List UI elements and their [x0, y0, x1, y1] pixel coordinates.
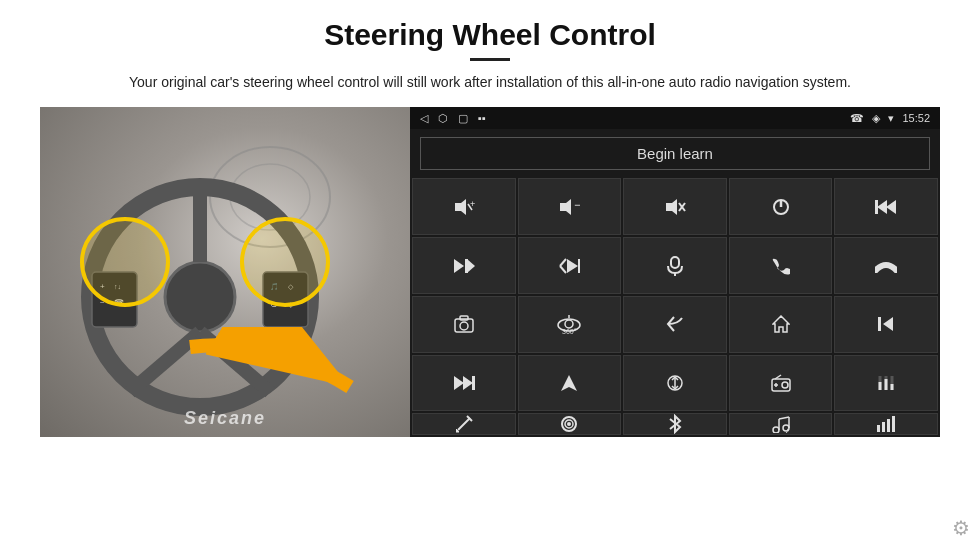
- home-nav-icon[interactable]: ⬡: [438, 112, 448, 125]
- svg-text:−: −: [574, 198, 580, 212]
- svg-line-76: [779, 417, 789, 419]
- svg-rect-38: [578, 259, 580, 273]
- arrow-svg: [170, 327, 370, 417]
- settings-gear-button[interactable]: ⚙: [952, 516, 970, 540]
- svg-rect-39: [671, 257, 679, 268]
- svg-line-36: [560, 266, 566, 273]
- wifi-icon: ▾: [888, 112, 894, 125]
- begin-learn-button[interactable]: Begin learn: [420, 137, 930, 170]
- prev-track-button[interactable]: [834, 178, 938, 235]
- record-button[interactable]: [518, 413, 622, 435]
- svg-text:♪: ♪: [785, 426, 789, 433]
- svg-rect-50: [878, 317, 881, 331]
- begin-learn-row: Begin learn: [410, 129, 940, 178]
- svg-rect-31: [875, 200, 878, 214]
- android-panel: ◁ ⬡ ▢ ▪▪ ☎ ◈ ▾ 15:52 Begin learn: [410, 107, 940, 437]
- svg-text:360°: 360°: [562, 328, 577, 334]
- fast-forward-button[interactable]: [412, 355, 516, 412]
- edit-button[interactable]: [412, 413, 516, 435]
- skip-button[interactable]: [518, 237, 622, 294]
- svg-text:+: +: [470, 199, 475, 209]
- navigation-button[interactable]: [518, 355, 622, 412]
- svg-marker-52: [463, 376, 473, 390]
- signal-button[interactable]: [834, 413, 938, 435]
- recents-nav-icon[interactable]: ▢: [458, 112, 468, 125]
- controls-grid: + −: [410, 178, 940, 437]
- svg-marker-34: [467, 259, 475, 273]
- back-button[interactable]: [623, 296, 727, 353]
- equalizer-button[interactable]: [834, 355, 938, 412]
- prev-button[interactable]: [834, 296, 938, 353]
- svg-marker-51: [454, 376, 464, 390]
- page-title: Steering Wheel Control: [324, 18, 656, 52]
- microphone-button[interactable]: [623, 237, 727, 294]
- bluetooth-button[interactable]: [623, 413, 727, 435]
- svg-rect-81: [892, 416, 895, 432]
- svg-point-71: [567, 422, 571, 426]
- svg-line-35: [560, 259, 566, 266]
- phone-button[interactable]: [729, 237, 833, 294]
- radio-button[interactable]: [729, 355, 833, 412]
- phone-status-icon: ☎: [850, 112, 864, 125]
- 360-button[interactable]: 360°: [518, 296, 622, 353]
- next-button[interactable]: [412, 237, 516, 294]
- highlight-circle-right: [240, 217, 330, 307]
- svg-marker-29: [886, 200, 896, 214]
- highlight-circle-left: [80, 217, 170, 307]
- power-button[interactable]: [729, 178, 833, 235]
- svg-line-68: [458, 418, 470, 430]
- svg-marker-19: [455, 199, 466, 215]
- svg-rect-53: [472, 376, 475, 390]
- svg-marker-54: [561, 375, 577, 391]
- title-divider: [470, 58, 510, 61]
- svg-point-59: [782, 382, 788, 388]
- vol-up-button[interactable]: +: [412, 178, 516, 235]
- svg-rect-80: [887, 419, 890, 432]
- svg-point-45: [565, 320, 573, 328]
- status-left: ◁ ⬡ ▢ ▪▪: [420, 112, 486, 125]
- svg-marker-32: [454, 259, 464, 273]
- svg-point-72: [773, 427, 779, 433]
- svg-rect-78: [877, 425, 880, 432]
- page-container: Steering Wheel Control Your original car…: [0, 0, 980, 546]
- status-bar: ◁ ⬡ ▢ ▪▪ ☎ ◈ ▾ 15:52: [410, 107, 940, 129]
- svg-marker-37: [567, 259, 578, 273]
- svg-marker-24: [666, 199, 677, 215]
- svg-marker-22: [560, 199, 571, 215]
- vol-mute-button[interactable]: [623, 178, 727, 235]
- hangup-button[interactable]: [834, 237, 938, 294]
- content-row: + ↑↓ − ☎ 🎵 ◇ ⭮ ◈: [40, 107, 940, 437]
- source-button[interactable]: [623, 355, 727, 412]
- svg-marker-48: [773, 316, 789, 332]
- page-wrapper: Steering Wheel Control Your original car…: [0, 0, 980, 546]
- back-nav-icon[interactable]: ◁: [420, 112, 428, 125]
- clock: 15:52: [902, 112, 930, 124]
- svg-marker-30: [877, 200, 887, 214]
- signal-icon: ▪▪: [478, 112, 486, 124]
- camera-button[interactable]: [412, 296, 516, 353]
- music-button[interactable]: ♪: [729, 413, 833, 435]
- page-subtitle: Your original car's steering wheel contr…: [129, 71, 851, 93]
- vol-down-button[interactable]: −: [518, 178, 622, 235]
- svg-marker-49: [883, 317, 893, 331]
- svg-rect-43: [460, 316, 468, 320]
- location-icon: ◈: [872, 112, 880, 125]
- svg-point-4: [165, 262, 235, 332]
- seicane-watermark: Seicane: [184, 408, 266, 429]
- svg-rect-79: [882, 422, 885, 432]
- svg-point-42: [460, 322, 468, 330]
- car-image-area: + ↑↓ − ☎ 🎵 ◇ ⭮ ◈: [40, 107, 410, 437]
- home-button[interactable]: [729, 296, 833, 353]
- status-right: ☎ ◈ ▾ 15:52: [850, 112, 930, 125]
